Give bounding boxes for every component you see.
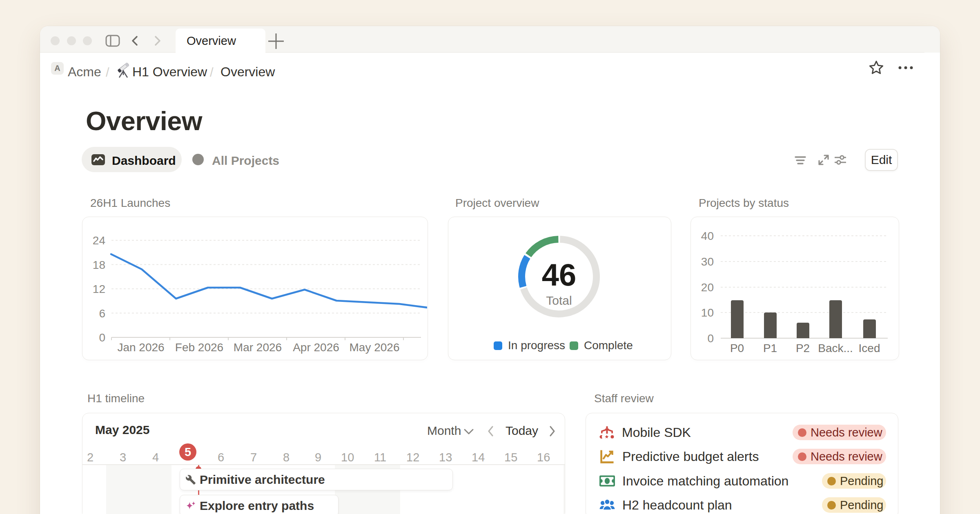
svg-text:20: 20 <box>701 281 714 294</box>
svg-text:40: 40 <box>701 230 714 242</box>
svg-text:P0: P0 <box>730 342 744 354</box>
svg-text:0: 0 <box>707 332 714 345</box>
svg-text:24: 24 <box>93 234 105 247</box>
svg-text:0: 0 <box>99 331 105 344</box>
svg-text:Mar 2026: Mar 2026 <box>234 341 282 354</box>
svg-text:6: 6 <box>99 307 105 320</box>
svg-text:May 2026: May 2026 <box>350 341 400 354</box>
svg-text:18: 18 <box>93 259 105 271</box>
svg-text:Iced: Iced <box>859 342 880 354</box>
svg-text:46: 46 <box>542 257 577 292</box>
svg-text:Total: Total <box>546 294 572 307</box>
svg-text:30: 30 <box>701 255 714 268</box>
svg-text:P1: P1 <box>763 342 777 354</box>
svg-text:In progress: In progress <box>508 339 565 352</box>
svg-text:Jan 2026: Jan 2026 <box>117 341 164 354</box>
svg-text:Back...: Back... <box>818 342 853 354</box>
svg-text:Feb 2026: Feb 2026 <box>175 341 223 354</box>
svg-text:Complete: Complete <box>584 339 633 352</box>
svg-text:10: 10 <box>701 306 714 319</box>
svg-text:12: 12 <box>93 283 105 295</box>
svg-text:Apr 2026: Apr 2026 <box>293 341 339 354</box>
svg-text:P2: P2 <box>796 342 810 354</box>
